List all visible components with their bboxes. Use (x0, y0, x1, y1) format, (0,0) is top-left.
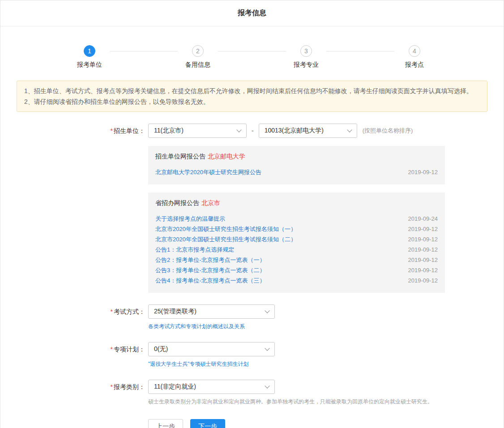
announcement-row: 公告2：报考单位-北京报考点一览表（一） 2019-09-12 (155, 255, 438, 265)
application-form: *招生单位： 11(北京市) - 10013(北京邮电大学) (按照单位名称排序… (0, 124, 504, 428)
category-label: *报考类别： (0, 380, 148, 406)
province-announcement-panel: 省招办网报公告北京市 关于选择报考点的温馨提示 2019-09-24 北京市20… (148, 193, 445, 293)
special-plan-label: *专项计划： (0, 342, 148, 368)
category-row: *报考类别： 11(非定向就业) 硕士生录取类别分为非定向就业和定向就业两种。参… (0, 380, 504, 406)
announcement-link[interactable]: 北京邮电大学2020年硕士研究生网报公告 (155, 167, 261, 177)
step-2-label: 备用信息 (185, 61, 210, 69)
step-connector (218, 51, 286, 51)
step-2: 2 备用信息 (178, 45, 218, 69)
chevron-down-icon (347, 127, 352, 132)
announcement-link[interactable]: 公告3：报考单位-北京报考点一览表（二） (155, 265, 265, 275)
application-info-page: 报考信息 1 报考单位 2 备用信息 3 报考专业 4 报考点 1、招生单位、考… (0, 0, 504, 428)
notice-box: 1、招生单位、考试方式、报考点等为报考关键信息，在提交信息后不允许修改，网报时间… (17, 81, 487, 112)
announcement-date: 2019-09-24 (408, 214, 438, 224)
step-connector (326, 51, 394, 51)
chevron-down-icon (265, 346, 269, 351)
announcement-row: 公告3：报考单位-北京报考点一览表（二） 2019-09-12 (155, 265, 438, 275)
required-mark: * (111, 308, 113, 315)
unit-announcement-title: 招生单位网报公告北京邮电大学 (155, 153, 438, 161)
step-1-label: 报考单位 (77, 61, 102, 69)
chevron-down-icon (236, 127, 241, 132)
exam-method-select[interactable]: 25(管理类联考) (148, 304, 275, 319)
step-3-number: 3 (300, 45, 312, 57)
announcement-row: 公告1：北京市报考点选择规定 2019-09-12 (155, 244, 438, 255)
announcement-link[interactable]: 公告2：报考单位-北京报考点一览表（一） (155, 255, 265, 265)
province-announcement-highlight: 北京市 (201, 199, 220, 206)
province-select[interactable]: 11(北京市) (148, 124, 247, 138)
province-announcement-title: 省招办网报公告北京市 (155, 199, 438, 207)
required-mark: * (111, 127, 113, 134)
announcement-date: 2019-09-12 (408, 167, 438, 177)
announcement-link[interactable]: 公告1：北京市报考点选择规定 (155, 244, 234, 255)
step-1: 1 报考单位 (69, 45, 110, 69)
announcement-date: 2019-09-12 (408, 275, 438, 286)
prev-step-button[interactable]: 上一步 (148, 419, 183, 428)
announcement-row: 公告4：报考单位-北京报考点一览表（三） 2019-09-12 (155, 275, 438, 286)
step-2-number: 2 (192, 45, 204, 57)
exam-method-help-link[interactable]: 各类考试方式和专项计划的概述以及关系 (148, 323, 245, 330)
chevron-down-icon (265, 308, 269, 313)
category-select-value: 11(非定向就业) (154, 383, 196, 391)
special-plan-select-value: 0(无) (154, 345, 168, 353)
announcement-row: 关于选择报考点的温馨提示 2019-09-24 (155, 214, 438, 224)
announcement-link[interactable]: 关于选择报考点的温馨提示 (155, 214, 225, 224)
announcement-link[interactable]: 公告4：报考单位-北京报考点一览表（三） (155, 275, 265, 286)
category-select[interactable]: 11(非定向就业) (148, 380, 275, 394)
unit-label: *招生单位： (0, 124, 148, 293)
unit-select[interactable]: 10013(北京邮电大学) (259, 124, 357, 138)
required-mark: * (111, 383, 113, 390)
step-indicator: 1 报考单位 2 备用信息 3 报考专业 4 报考点 (69, 45, 435, 69)
announcement-link[interactable]: 北京市2020年全国硕士研究生招生考试报名须知（二） (155, 234, 296, 244)
announcement-row: 北京邮电大学2020年硕士研究生网报公告 2019-09-12 (155, 167, 438, 177)
province-select-value: 11(北京市) (154, 127, 184, 135)
special-plan-row: *专项计划： 0(无) "退役大学生士兵"专项硕士研究生招生计划 (0, 342, 504, 368)
unit-row: *招生单位： 11(北京市) - 10013(北京邮电大学) (按照单位名称排序… (0, 124, 504, 293)
notice-line-2: 2、请仔细阅读省招办和招生单位的网报公告，以免导致报名无效。 (24, 96, 480, 107)
exam-method-select-value: 25(管理类联考) (154, 308, 196, 316)
step-1-number: 1 (84, 45, 95, 57)
chevron-down-icon (265, 383, 269, 388)
announcement-row: 北京市2020年全国硕士研究生招生考试报名须知（二） 2019-09-12 (155, 234, 438, 244)
special-plan-help-link[interactable]: "退役大学生士兵"专项硕士研究生招生计划 (148, 360, 249, 368)
special-plan-select[interactable]: 0(无) (148, 342, 275, 356)
step-4-label: 报考点 (405, 61, 424, 69)
next-step-button[interactable]: 下一步 (190, 419, 225, 428)
step-3: 3 报考专业 (286, 45, 326, 69)
exam-method-label: *考试方式： (0, 304, 148, 330)
announcement-row: 北京市2020年全国硕士研究生招生考试报名须知（一） 2019-09-12 (155, 224, 438, 234)
unit-select-value: 10013(北京邮电大学) (265, 127, 324, 135)
step-connector (110, 51, 178, 51)
select-separator: - (252, 127, 254, 134)
button-row: 上一步 下一步 (0, 419, 504, 428)
unit-sort-hint: (按照单位名称排序) (363, 127, 413, 135)
step-4-number: 4 (409, 45, 420, 57)
announcement-date: 2019-09-12 (408, 234, 438, 244)
notice-line-1: 1、招生单位、考试方式、报考点等为报考关键信息，在提交信息后不允许修改，网报时间… (24, 86, 480, 96)
announcement-date: 2019-09-12 (408, 255, 438, 265)
step-4: 4 报考点 (394, 45, 435, 69)
unit-announcement-panel: 招生单位网报公告北京邮电大学 北京邮电大学2020年硕士研究生网报公告 2019… (148, 146, 445, 184)
announcement-date: 2019-09-12 (408, 244, 438, 255)
step-3-label: 报考专业 (294, 61, 319, 69)
exam-method-row: *考试方式： 25(管理类联考) 各类考试方式和专项计划的概述以及关系 (0, 304, 504, 330)
page-title: 报考信息 (0, 0, 504, 26)
required-mark: * (111, 346, 113, 353)
announcement-date: 2019-09-12 (408, 265, 438, 275)
announcement-date: 2019-09-12 (408, 224, 438, 234)
unit-announcement-highlight: 北京邮电大学 (208, 153, 245, 160)
category-note: 硕士生录取类别分为非定向就业和定向就业两种。参加单独考试的考生，只能被录取为回原… (148, 398, 504, 406)
announcement-link[interactable]: 北京市2020年全国硕士研究生招生考试报名须知（一） (155, 224, 296, 234)
